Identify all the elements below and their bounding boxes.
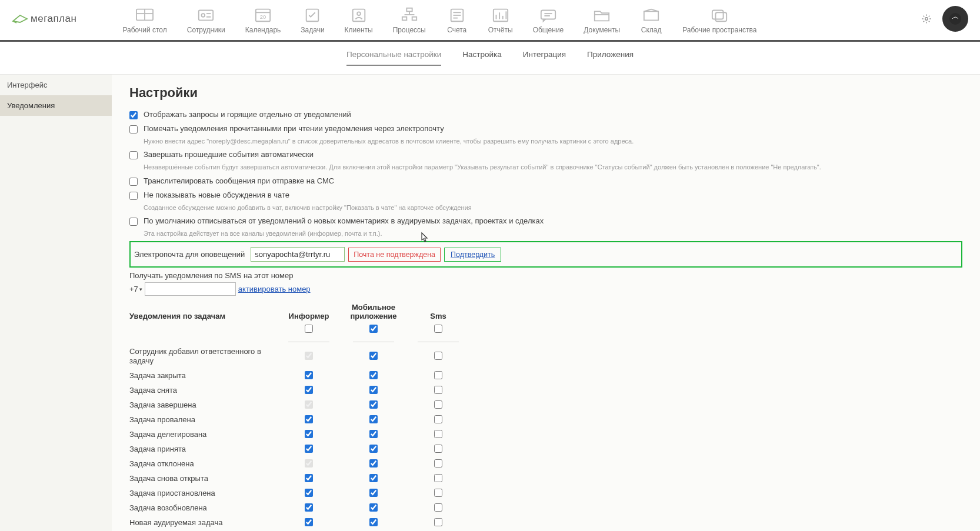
notif-sms-checkbox[interactable] (434, 400, 442, 409)
nav-item-1[interactable]: Сотрудники (182, 4, 230, 40)
option-checkbox-0[interactable] (129, 111, 138, 119)
option-checkbox-1[interactable] (129, 125, 138, 133)
nav-item-8[interactable]: Общение (528, 4, 569, 40)
nav-item-7[interactable]: Отчёты (484, 4, 518, 40)
nav-label: Общение (533, 26, 564, 34)
nav-item-10[interactable]: Склад (635, 4, 667, 40)
notif-mobile-checkbox[interactable] (369, 430, 378, 438)
avatar[interactable] (942, 6, 968, 32)
logo[interactable]: мегаплан (12, 13, 76, 25)
notif-sms-checkbox[interactable] (434, 489, 442, 497)
notif-row-6: Задача принята (129, 442, 962, 457)
logo-text: мегаплан (31, 13, 76, 25)
nav-item-0[interactable]: Рабочий стол (118, 4, 171, 40)
confirm-email-button[interactable]: Подтвердить (444, 248, 501, 262)
nav-item-11[interactable]: Рабочие пространства (678, 4, 761, 40)
master-sms-checkbox[interactable] (434, 325, 442, 333)
notif-row-9: Задача приостановлена (129, 486, 962, 501)
option-checkbox-3[interactable] (129, 178, 138, 186)
notif-informer-checkbox (305, 352, 313, 360)
subnav-item-0[interactable]: Персональные настройки (346, 50, 441, 66)
notif-informer-checkbox[interactable] (305, 518, 313, 526)
nav-item-6[interactable]: Счета (441, 4, 473, 40)
notif-row-label: Сотрудник добавил ответственного в задач… (129, 347, 276, 366)
notif-row-label: Задача закрыта (129, 371, 276, 380)
master-mobile-checkbox[interactable] (369, 325, 378, 333)
notif-row-4: Задача провалена (129, 413, 962, 428)
subnav-item-1[interactable]: Настройка (462, 50, 501, 66)
notif-informer-checkbox[interactable] (305, 430, 313, 438)
notif-mobile-checkbox[interactable] (369, 352, 378, 360)
notif-informer-checkbox[interactable] (305, 445, 313, 453)
sidebar-item-1[interactable]: Уведомления (0, 95, 112, 116)
sms-row: Получать уведомления по SMS на этот номе… (129, 271, 962, 296)
sms-country-prefix[interactable]: +7 (129, 285, 142, 293)
notif-sms-checkbox[interactable] (434, 503, 442, 512)
notif-informer-checkbox[interactable] (305, 371, 313, 379)
notif-informer-checkbox[interactable] (305, 474, 313, 482)
notif-sms-checkbox[interactable] (434, 459, 442, 467)
notif-mobile-checkbox[interactable] (369, 415, 378, 423)
notif-informer-checkbox[interactable] (305, 489, 313, 497)
sidebar-item-0[interactable]: Интерфейс (0, 75, 112, 95)
email-label: Электропочта для оповещений (134, 250, 245, 259)
notif-mobile-checkbox[interactable] (369, 459, 378, 467)
option-checkbox-2[interactable] (129, 151, 138, 159)
option-label-0: Отображать запросы и горящие отдельно от… (144, 110, 351, 119)
nav-item-9[interactable]: Документы (579, 4, 625, 40)
page-title: Настройки (129, 85, 962, 101)
notif-sms-checkbox[interactable] (434, 518, 442, 526)
notif-sms-checkbox[interactable] (434, 386, 442, 394)
option-checkbox-4[interactable] (129, 192, 138, 200)
nav-item-3[interactable]: Задачи (296, 4, 329, 40)
option-hint-2: Незавершённые события будут завершаться … (144, 163, 962, 171)
notif-mobile-checkbox[interactable] (369, 489, 378, 497)
notif-informer-checkbox[interactable] (305, 503, 313, 512)
svg-point-12 (357, 12, 361, 15)
notif-sms-checkbox[interactable] (434, 415, 442, 423)
notif-mobile-checkbox[interactable] (369, 400, 378, 409)
notif-sms-checkbox[interactable] (434, 445, 442, 453)
option-checkbox-5[interactable] (129, 218, 138, 226)
notif-mobile-checkbox[interactable] (369, 386, 378, 394)
option-hint-4: Созданное обсуждение можно добавить в ча… (144, 203, 962, 212)
master-informer-checkbox[interactable] (305, 325, 313, 333)
svg-text:20: 20 (260, 14, 266, 20)
subnav-item-2[interactable]: Интеграция (523, 50, 566, 66)
notif-mobile-checkbox[interactable] (369, 518, 378, 526)
nav-icon (195, 6, 217, 24)
svg-point-4 (202, 14, 205, 17)
notif-mobile-checkbox[interactable] (369, 445, 378, 453)
svg-rect-13 (406, 8, 412, 12)
subnav-item-3[interactable]: Приложения (587, 50, 634, 66)
notif-sms-checkbox[interactable] (434, 371, 442, 379)
nav-item-2[interactable]: 20Календарь (241, 4, 286, 40)
email-input[interactable] (251, 247, 345, 262)
notif-mobile-checkbox[interactable] (369, 474, 378, 482)
gear-icon[interactable] (921, 14, 932, 24)
notif-row-2: Задача снята (129, 383, 962, 398)
notif-mobile-checkbox[interactable] (369, 503, 378, 512)
sms-number-input[interactable] (145, 282, 236, 296)
option-label-5: По умолчанию отписываться от уведомлений… (144, 216, 544, 225)
notif-mobile-checkbox[interactable] (369, 371, 378, 379)
notif-row-11: Новая аудируемая задача (129, 516, 962, 530)
nav-item-5[interactable]: Процессы (388, 4, 431, 40)
topbar-right (921, 6, 968, 38)
notif-header-label: Уведомления по задачам (129, 312, 276, 320)
notif-header-informer: Информер (276, 312, 341, 320)
notif-sms-checkbox[interactable] (434, 430, 442, 438)
notif-row-0: Сотрудник добавил ответственного в задач… (129, 345, 962, 369)
nav-icon (398, 6, 421, 24)
nav-item-4[interactable]: Клиенты (340, 4, 378, 40)
notif-sms-checkbox[interactable] (434, 352, 442, 360)
nav-icon (348, 6, 370, 24)
notif-informer-checkbox[interactable] (305, 415, 313, 423)
nav-label: Клиенты (345, 26, 373, 34)
notif-header-sms: Sms (406, 312, 471, 320)
notif-row-label: Задача отклонена (129, 459, 276, 469)
activate-number-link[interactable]: активировать номер (238, 285, 311, 293)
notif-sms-checkbox[interactable] (434, 474, 442, 482)
notif-informer-checkbox[interactable] (305, 386, 313, 394)
svg-rect-17 (412, 17, 416, 21)
